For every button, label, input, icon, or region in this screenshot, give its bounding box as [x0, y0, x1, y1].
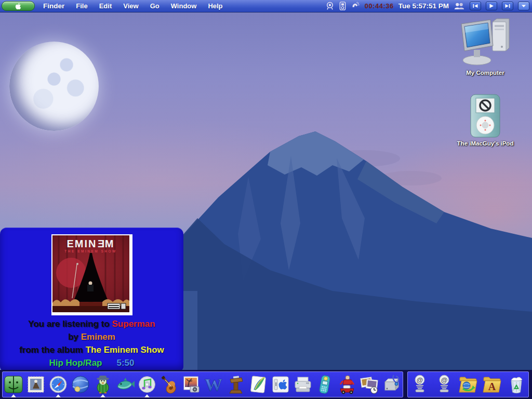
dock-item-web-shortcut-1[interactable]: @ [408, 372, 432, 397]
now-playing-line1: You are listening to Superman [0, 317, 183, 330]
fish-character-icon [114, 374, 135, 395]
dock-files-section: @@A [407, 371, 529, 397]
ipod-icon [469, 94, 501, 138]
menu-help[interactable]: Help [208, 2, 222, 10]
dock-item-microsoft-word[interactable]: W [203, 372, 225, 397]
album-name: The Eminem Show [86, 345, 164, 355]
svg-text:W: W [205, 375, 222, 394]
dock-item-disk-doctor[interactable] [380, 372, 403, 397]
now-playing-line4: Hip Hop/Rap5:50 [0, 356, 183, 369]
dock-item-trash[interactable] [504, 372, 528, 397]
dock-item-internet-globe[interactable] [69, 372, 91, 397]
disk-doctor-icon [381, 374, 402, 395]
album-art-titles: EMINEM THE EMINEM SHOW [52, 238, 129, 254]
dock-item-photo-stack[interactable] [358, 372, 381, 397]
dock-item-printer[interactable] [291, 372, 314, 397]
genre-label: Hip Hop/Rap [49, 358, 102, 368]
menu-edit[interactable]: Edit [99, 2, 112, 10]
now-playing-line3: from the album The Eminem Show [0, 343, 183, 356]
dock: W @@A [0, 370, 532, 399]
dock-item-garageband[interactable] [158, 372, 180, 397]
album-art-title-text: THE EMINEM SHOW [52, 250, 129, 254]
appleworks-icon [248, 374, 269, 395]
duck-character-icon [92, 374, 113, 395]
menu-finder[interactable]: Finder [43, 2, 64, 10]
desktop-screen: Finder File Edit View Go Window Help 00:… [0, 0, 532, 399]
podium-icon [225, 374, 246, 395]
dock-item-fish-character[interactable] [114, 372, 136, 397]
artist-name: Eminem [81, 332, 115, 342]
menu-view[interactable]: View [123, 2, 138, 10]
desktop-icon-my-computer[interactable]: My Computer [450, 17, 521, 76]
desktop-icon-label: The iMacGuy's iPod [457, 140, 514, 147]
track-name: Superman [112, 319, 155, 329]
video-camera-icon[interactable] [325, 2, 335, 10]
mobile-phone-icon [314, 374, 335, 395]
apple-menu-button[interactable] [2, 1, 35, 11]
next-track-button[interactable] [502, 2, 513, 10]
menu-clock[interactable]: Tue 5:57:51 PM [398, 2, 449, 10]
running-indicator [56, 394, 61, 397]
fast-user-switching-icon[interactable] [454, 2, 465, 10]
itunes-menu-button[interactable] [518, 2, 529, 10]
now-playing-widget[interactable]: EMINEM THE EMINEM SHOW You are listening… [0, 228, 183, 371]
dock-item-sites-folder[interactable] [456, 372, 480, 397]
garageband-icon [159, 374, 180, 395]
finder-icon [3, 374, 24, 395]
itunes-icon [137, 374, 157, 395]
dock-item-finder[interactable] [3, 372, 25, 397]
dock-item-toy-racer[interactable] [336, 372, 358, 397]
trash-icon [506, 374, 527, 395]
dock-item-itunes[interactable] [136, 372, 158, 397]
menu-go[interactable]: Go [150, 2, 159, 10]
sites-folder-icon [458, 374, 478, 395]
phone-status-icon[interactable] [351, 2, 360, 10]
timer-readout[interactable]: 00:44:36 [365, 2, 394, 10]
dock-item-mail[interactable] [25, 372, 47, 397]
desktop-icon-ipod[interactable]: The iMacGuy's iPod [450, 94, 521, 147]
dock-item-duck-character[interactable] [91, 372, 114, 397]
svg-text:@: @ [441, 376, 447, 384]
dock-item-podium[interactable] [225, 372, 247, 397]
running-indicator [100, 394, 105, 397]
microsoft-word-icon: W [203, 374, 224, 395]
dock-apps-section: W [2, 371, 403, 397]
mail-icon [25, 374, 46, 395]
now-playing-line2: by Eminem [0, 330, 183, 343]
menu-bar: Finder File Edit View Go Window Help 00:… [0, 0, 532, 12]
previous-track-button[interactable] [470, 2, 481, 10]
internet-globe-icon [70, 374, 91, 395]
dock-item-web-shortcut-2[interactable]: @ [432, 372, 456, 397]
printer-icon [292, 374, 313, 395]
toy-racer-icon [337, 374, 357, 395]
ipod-status-icon[interactable] [339, 2, 346, 10]
album-art: EMINEM THE EMINEM SHOW [51, 234, 132, 315]
svg-text:@: @ [417, 376, 423, 384]
running-indicator [11, 394, 16, 397]
safari-icon [48, 374, 69, 395]
play-button[interactable] [486, 2, 497, 10]
menu-file[interactable]: File [76, 2, 87, 10]
desktop-icon-label: My Computer [466, 70, 504, 76]
svg-text:A: A [488, 381, 496, 392]
photo-stack-icon [359, 374, 380, 395]
dock-item-iphoto[interactable] [180, 372, 203, 397]
web-shortcut-2-icon: @ [434, 374, 455, 395]
dock-item-applications-folder[interactable]: A [480, 372, 504, 397]
apple-icon [15, 3, 21, 10]
duration-label: 5:50 [116, 358, 134, 368]
dock-item-mobile-phone[interactable] [314, 372, 336, 397]
web-shortcut-1-icon: @ [409, 374, 430, 395]
iphoto-icon [181, 374, 202, 395]
computer-icon [458, 17, 512, 68]
dock-item-safari[interactable] [47, 372, 70, 397]
apple-switch-box-icon [270, 374, 291, 395]
dock-item-appleworks[interactable] [247, 372, 270, 397]
menu-window[interactable]: Window [171, 2, 197, 10]
applications-folder-icon: A [482, 374, 502, 395]
dock-item-apple-switch-box[interactable] [269, 372, 291, 397]
running-indicator [144, 394, 150, 397]
album-art-artist-text: EMINEM [52, 238, 129, 249]
